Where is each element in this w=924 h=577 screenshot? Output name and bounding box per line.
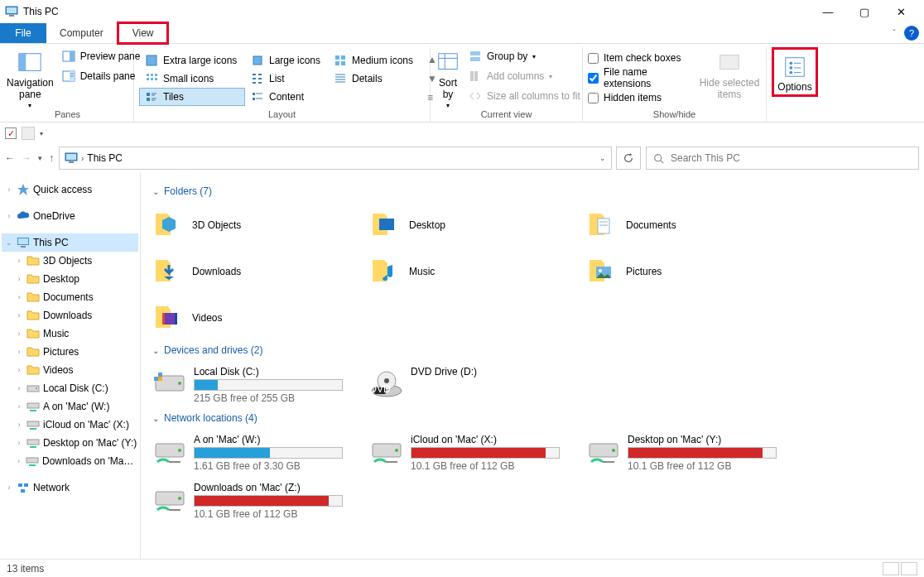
item-check-boxes-checkbox[interactable]: Item check boxes (588, 49, 695, 67)
folder-tile[interactable]: Downloads (152, 250, 359, 293)
tree-item[interactable]: ›A on 'Mac' (W:) (2, 397, 138, 416)
address-dropdown[interactable]: ⌄ (599, 154, 606, 162)
folder-tile[interactable]: Pictures (586, 250, 793, 293)
drive-tile[interactable]: DVD DVD Drive (D:) (369, 363, 576, 407)
layout-medium[interactable]: Medium icons (328, 51, 421, 70)
svg-rect-67 (27, 386, 39, 392)
drive-tile[interactable]: Downloads on 'Mac' (Z:) 10.1 GB free of … (152, 478, 359, 523)
drive-tile[interactable]: Desktop on 'Mac' (Y:) 10.1 GB free of 11… (586, 430, 793, 475)
nav-back-button[interactable]: ← (5, 152, 15, 164)
tree-item[interactable]: ›Documents (2, 288, 138, 306)
folder-tile[interactable]: Videos (152, 296, 359, 339)
folder-tile[interactable]: 3D Objects (152, 204, 359, 247)
tree-item[interactable]: ›Videos (2, 361, 138, 379)
help-icon[interactable]: ? (904, 26, 919, 41)
svg-rect-88 (154, 373, 158, 377)
tree-item[interactable]: ›Local Disk (C:) (2, 379, 138, 397)
group-label-showhide: Show/hide (588, 109, 761, 122)
tab-view[interactable]: View (117, 22, 170, 45)
layout-extra-large[interactable]: Extra large icons (139, 51, 245, 70)
section-folders[interactable]: ⌄ Folders (7) (152, 185, 912, 197)
layout-large[interactable]: Large icons (245, 51, 328, 70)
tree-item[interactable]: ›Desktop (2, 270, 138, 288)
size-columns-button[interactable]: Size all columns to fit (464, 87, 585, 105)
breadcrumb-this-pc[interactable]: This PC (87, 152, 123, 164)
tree-item[interactable]: ›Desktop on 'Mac' (Y:) (2, 434, 138, 452)
svg-rect-21 (151, 78, 153, 80)
details-pane-button[interactable]: Details pane (57, 67, 146, 85)
folder-tile[interactable]: Desktop (369, 204, 576, 247)
navigation-tree[interactable]: ›Quick access›OneDrive⌄This PC›3D Object… (0, 172, 141, 559)
svg-rect-14 (341, 55, 345, 60)
svg-rect-72 (26, 458, 38, 463)
maximize-button[interactable]: ▢ (846, 0, 883, 23)
drive-tile[interactable]: A on 'Mac' (W:) 1.61 GB free of 3.30 GB (152, 430, 359, 475)
layout-tiles[interactable]: Tiles (139, 88, 245, 106)
nav-up-button[interactable]: ↑ (49, 152, 54, 164)
chevron-right-icon[interactable]: › (78, 154, 87, 163)
svg-point-68 (36, 387, 37, 389)
add-columns-button[interactable]: Add columns ▾ (464, 67, 585, 85)
drive-tile[interactable]: Local Disk (C:) 215 GB free of 255 GB (152, 363, 359, 407)
layout-details[interactable]: Details (328, 70, 421, 88)
status-view-details[interactable] (883, 562, 899, 575)
svg-rect-18 (151, 74, 153, 76)
preview-pane-button[interactable]: Preview pane (57, 47, 146, 65)
svg-point-96 (178, 449, 181, 452)
sort-by-button[interactable]: Sort by▾ (436, 47, 460, 109)
address-bar[interactable]: › This PC ⌄ (59, 147, 612, 170)
nav-forward-button[interactable]: → (22, 152, 31, 164)
svg-rect-70 (27, 421, 39, 426)
drive-sub: 10.1 GB free of 112 GB (628, 460, 777, 472)
qat-checkbox[interactable]: ✓ (5, 127, 17, 139)
content-pane[interactable]: ⌄ Folders (7) 3D Objects Desktop Documen… (141, 172, 924, 559)
tree-network[interactable]: ›Network (2, 478, 138, 497)
svg-rect-51 (786, 58, 805, 77)
svg-rect-60 (69, 161, 74, 163)
tree-item[interactable]: ›iCloud on 'Mac' (X:) (2, 416, 138, 434)
section-network[interactable]: ⌄ Network locations (4) (152, 412, 912, 424)
tree-item[interactable]: ›Downloads on 'Mac' (Z:) (2, 452, 138, 470)
ribbon-collapse-icon[interactable]: ˇ (893, 28, 896, 38)
layout-content[interactable]: Content (245, 88, 328, 106)
small-icon (145, 72, 158, 85)
status-view-tiles[interactable] (901, 562, 917, 575)
folder-tile[interactable]: Documents (586, 204, 793, 247)
svg-rect-47 (470, 57, 480, 61)
qat-dropdown[interactable]: ▾ (40, 130, 43, 137)
nav-recent-dropdown[interactable]: ▾ (38, 154, 42, 162)
medium-icon (334, 54, 347, 67)
minimize-button[interactable]: — (810, 0, 846, 23)
drive-tile[interactable]: iCloud on 'Mac' (X:) 10.1 GB free of 112… (369, 430, 576, 475)
tree-item[interactable]: ›3D Objects (2, 252, 138, 270)
hidden-items-checkbox[interactable]: Hidden items (588, 89, 695, 107)
qat-item[interactable] (22, 127, 35, 140)
svg-rect-49 (474, 71, 478, 81)
file-name-extensions-checkbox[interactable]: File name extensions (588, 69, 695, 87)
options-button[interactable]: Options (776, 51, 814, 93)
refresh-button[interactable] (616, 147, 641, 170)
svg-rect-73 (18, 483, 22, 487)
svg-rect-4 (19, 54, 26, 71)
section-drives[interactable]: ⌄ Devices and drives (2) (152, 344, 912, 356)
tab-computer[interactable]: Computer (46, 23, 117, 43)
hide-selected-button[interactable]: Hide selected items (698, 47, 761, 100)
tree-quick-access[interactable]: ›Quick access (2, 180, 138, 199)
tree-item[interactable]: ›Music (2, 325, 138, 343)
svg-rect-16 (341, 61, 345, 65)
tree-onedrive[interactable]: ›OneDrive (2, 207, 138, 225)
tab-file[interactable]: File (0, 23, 46, 43)
svg-point-54 (789, 66, 792, 70)
layout-list[interactable]: List (245, 70, 328, 88)
navigation-pane-button[interactable]: Navigation pane▾ (7, 47, 54, 109)
network-drive-icon (152, 437, 187, 467)
tree-this-pc[interactable]: ⌄This PC (2, 233, 138, 252)
layout-small[interactable]: Small icons (139, 70, 245, 88)
tree-item[interactable]: ›Downloads (2, 306, 138, 325)
search-input[interactable]: Search This PC (646, 147, 919, 170)
close-button[interactable]: ✕ (883, 0, 919, 23)
folder-tile[interactable]: Music (369, 250, 576, 293)
svg-rect-13 (335, 55, 339, 60)
tree-item[interactable]: ›Pictures (2, 343, 138, 361)
group-by-button[interactable]: Group by ▾ (464, 47, 585, 65)
